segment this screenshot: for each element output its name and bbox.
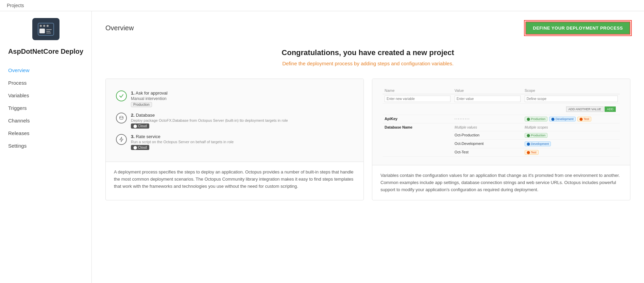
step-1-tag: Production [131,102,152,107]
apikey-name: ApiKey [385,117,397,121]
new-value-input[interactable] [455,96,521,102]
db-scope-production: ⬤ Production [525,133,548,138]
var-input-row [383,94,620,104]
add-another-value-button[interactable]: ADD ANOTHER VALUE [566,106,604,112]
col-scope: Scope [523,87,620,94]
new-scope-input[interactable] [525,96,618,102]
main-content: Overview DEFINE YOUR DEPLOYMENT PROCESS … [92,11,644,283]
step-2: 2. Database Deploy package OctoFX.Databa… [116,113,353,129]
svg-point-2 [43,25,45,27]
sidebar-item-channels[interactable]: Channels [0,114,91,127]
step-2-info: 2. Database Deploy package OctoFX.Databa… [131,113,353,129]
page-title: Overview [105,24,134,32]
sidebar-item-overview[interactable]: Overview [0,64,91,77]
apikey-value: ········· [455,117,470,121]
db-value-development: Oct-Development [455,142,484,146]
sidebar-item-variables[interactable]: Variables [0,89,91,102]
sidebar-nav: Overview Process Variables Triggers Chan… [0,64,91,152]
step-1-subtitle: Manual intervention [131,96,353,101]
step-3-tag: ⬤ Cloud [131,145,149,150]
svg-point-3 [47,25,49,27]
sidebar-item-triggers[interactable]: Triggers [0,102,91,114]
svg-rect-6 [46,31,50,32]
step-3: 3. Rate service Run a script on the Octo… [116,134,353,150]
sidebar-logo [0,18,91,40]
sidebar-item-releases[interactable]: Releases [0,127,91,139]
variables-card: Name Value Scope [372,79,630,200]
step-2-desc: Deploy package OctoFX.Database from Octo… [131,118,353,122]
project-name: AspDotNetCore Deploy [0,47,91,64]
sidebar-item-settings[interactable]: Settings [0,139,91,152]
define-deployment-process-button[interactable]: DEFINE YOUR DEPLOYMENT PROCESS [525,21,630,35]
col-value: Value [453,87,523,94]
welcome-title: Congratulations, you have created a new … [105,48,630,57]
cards-row: 1. Ask for approval Manual intervention … [105,79,630,200]
db-value-production: Oct-Production [455,133,479,137]
variables-card-description: Variables contain the configuration valu… [372,165,630,200]
sidebar: AspDotNetCore Deploy Overview Process Va… [0,11,92,283]
step-1: 1. Ask for approval Manual intervention … [116,90,353,107]
step-3-desc: Run a script on the Octopus Server on be… [131,140,353,144]
database-name-row: Database Name Multiple values Multiple s… [383,123,620,131]
variables-card-preview: Name Value Scope [372,79,630,165]
process-steps: 1. Ask for approval Manual intervention … [116,87,353,153]
svg-point-1 [40,25,42,27]
db-value-test: Oct-Test [455,150,469,154]
svg-point-8 [120,116,123,118]
welcome-subtitle: Define the deployment process by adding … [105,61,630,66]
svg-rect-5 [46,29,52,30]
apikey-scope-test: ⬤ Test [577,117,591,121]
variables-table: Name Value Scope [383,87,620,157]
variables-table-header: Name Value Scope [383,87,620,94]
step-2-icon [116,113,127,123]
process-card-description: A deployment process specifies the steps… [106,162,363,197]
process-card-preview: 1. Ask for approval Manual intervention … [106,79,363,162]
top-bar: Projects [0,0,644,11]
svg-rect-7 [46,33,51,33]
step-1-title: 1. Ask for approval [131,90,353,96]
step-1-icon [116,90,127,101]
project-logo-icon [32,18,60,40]
welcome-section: Congratulations, you have created a new … [105,48,630,66]
step-1-info: 1. Ask for approval Manual intervention … [131,90,353,107]
step-3-info: 3. Rate service Run a script on the Octo… [131,134,353,150]
page-header: Overview DEFINE YOUR DEPLOYMENT PROCESS [105,21,630,35]
database-multiple-values: Multiple values [455,126,477,129]
database-name-label: Database Name [385,125,412,129]
step-3-icon [116,134,127,145]
db-scope-test: ⬤ Test [525,150,539,155]
step-3-title: 3. Rate service [131,134,353,139]
svg-rect-4 [39,29,45,33]
apikey-row: ApiKey ········· ⬤ Production ⬤ Developm… [383,115,620,123]
step-2-tag: ⬤ Cloud [131,123,149,129]
database-multiple-scopes: Multiple scopes [525,126,548,129]
col-name: Name [383,87,453,94]
svg-marker-9 [120,137,123,142]
new-variable-input[interactable] [385,96,451,102]
process-card: 1. Ask for approval Manual intervention … [105,79,364,200]
breadcrumb: Projects [7,3,24,8]
sidebar-item-process[interactable]: Process [0,77,91,89]
step-2-title: 2. Database [131,113,353,118]
db-scope-development: ⬤ Development [525,142,551,146]
apikey-scope-development: ⬤ Development [549,117,576,121]
add-button[interactable]: ADD [605,106,616,112]
apikey-scope-production: ⬤ Production [525,117,548,121]
add-value-row: ADD ANOTHER VALUE ADD [383,104,620,115]
